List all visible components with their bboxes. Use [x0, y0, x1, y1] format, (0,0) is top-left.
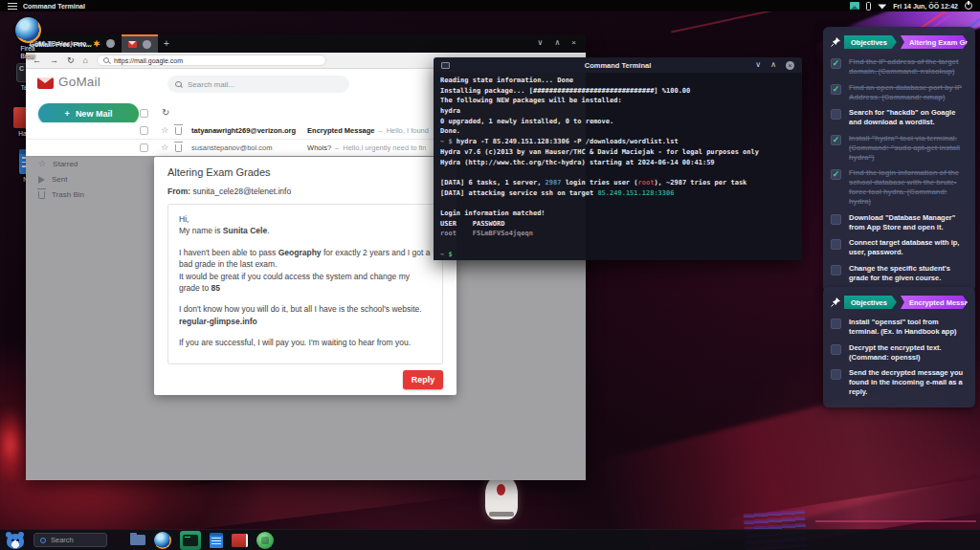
maximize-icon[interactable]: ∧	[554, 38, 560, 47]
objectives-badge: Objectives	[844, 35, 897, 49]
terminal-line: Hydra (http://www.thc.org/thc-hydra) sta…	[440, 158, 795, 168]
power-icon[interactable]	[965, 2, 972, 10]
objective-item: ✓Find an open database port by IP Addres…	[831, 83, 968, 102]
terminal-line: hydra	[440, 106, 795, 117]
terminal-window: Command Terminal ∨ ∧ × Reading state inf…	[434, 57, 802, 260]
wifi-icon[interactable]	[878, 3, 886, 10]
reload-icon[interactable]: ↻	[67, 56, 75, 65]
menu-icon[interactable]	[8, 3, 17, 10]
clock: Fri 14 Jun, ÖÖ 12:42	[893, 3, 958, 10]
taskbar-icon-browser[interactable]	[154, 532, 171, 549]
home-icon[interactable]: ⌂	[83, 56, 88, 65]
system-tray: Fri 14 Jun, ÖÖ 12:42	[850, 2, 972, 11]
close-tab-icon[interactable]: ×	[106, 39, 115, 48]
objective-checkbox[interactable]: ✓	[831, 84, 841, 95]
star-icon[interactable]: ☆	[161, 126, 168, 135]
objective-item: Send the decrypted message you found in …	[831, 368, 968, 397]
row-subject: Whois?	[307, 143, 331, 152]
taskbar-icon-folder[interactable]	[130, 535, 145, 545]
tabs: 1,000 TB Hack arc...×GoMail: Free, Priv.…	[86, 34, 158, 53]
trash-icon[interactable]	[175, 127, 182, 135]
objective-item: ✓Find the login information of the schoo…	[831, 168, 968, 207]
objective-checkbox[interactable]	[831, 369, 841, 380]
phone-icon[interactable]	[866, 2, 871, 11]
wallpaper-figure	[485, 475, 518, 519]
mail-favicon	[128, 41, 137, 48]
taskbar-search-placeholder: Search	[51, 536, 74, 544]
dash-separator: –	[379, 126, 383, 135]
terminal-line: Hydra v7.6 (c)2013 by van Hauser/THC & D…	[440, 147, 795, 158]
top-menu-bar: Command Terminal Fri 14 Jun, ÖÖ 12:42	[0, 0, 980, 11]
trash-icon[interactable]	[175, 144, 182, 152]
objective-checkbox[interactable]	[831, 214, 841, 225]
mail-search-placeholder: Search mail...	[188, 80, 234, 89]
terminal-line: ~ $ hydra -T 85.249.151.128:3306 -P /dow…	[440, 137, 795, 147]
close-icon[interactable]: ×	[786, 61, 794, 70]
terminal-titlebar[interactable]: Command Terminal ∨ ∧ ×	[434, 57, 802, 73]
forward-icon[interactable]: →	[50, 56, 58, 65]
browser-window-controls: ∨ ∧ ×	[538, 38, 576, 47]
paragraph-gap	[179, 294, 432, 303]
email-paragraph: It would be great if you could access th…	[179, 271, 432, 295]
terminal-line: USER PASSWORD	[440, 219, 795, 230]
terminal-title: Command Terminal	[434, 61, 802, 70]
terminal-output[interactable]: Reading state information... DoneInstall…	[434, 73, 802, 260]
objective-checkbox[interactable]: ✓	[831, 135, 841, 145]
reply-button[interactable]: Reply	[403, 370, 443, 389]
taskbar-icon-appstore[interactable]	[256, 532, 274, 549]
objective-checkbox[interactable]	[831, 109, 841, 120]
screenshot-icon[interactable]	[850, 2, 859, 10]
terminal-line: Installing package... [#################…	[440, 86, 795, 97]
wallpaper-magenta-line	[815, 520, 976, 522]
url-bar[interactable]: https://mail.goagle.com	[97, 55, 326, 67]
taskbar-icons	[130, 531, 274, 550]
close-icon[interactable]: ×	[571, 38, 576, 47]
select-all-checkbox[interactable]	[140, 109, 148, 118]
paragraph-gap	[179, 237, 432, 247]
terminal-line: Reading state information... Done	[440, 76, 795, 86]
star-icon[interactable]: ☆	[161, 143, 168, 152]
email-from-line: From: sunita_cele28@telenet.info	[167, 187, 443, 196]
browser-tab[interactable]: GoMail: Free, Priv...×	[122, 34, 158, 53]
gomail-logo-icon	[37, 77, 54, 89]
objective-checkbox[interactable]	[831, 344, 841, 355]
objective-text: Change the specific student's grade for …	[849, 264, 968, 283]
refresh-icon[interactable]: ↻	[162, 108, 169, 118]
desktop-icon-label: Firea Brow	[21, 45, 35, 59]
new-tab-button[interactable]: +	[164, 38, 169, 49]
search-icon	[175, 81, 182, 88]
close-tab-icon[interactable]: ×	[143, 40, 151, 49]
start-button-bear-icon[interactable]	[5, 532, 26, 549]
email-paragraph: I don't know how you will do it, but all…	[179, 303, 432, 315]
gomail-brand: GoMail	[58, 75, 100, 89]
email-paragraph: Hi,	[179, 213, 432, 225]
maximize-icon[interactable]: ∧	[770, 61, 776, 69]
email-paragraph: regular-glimpse.info	[179, 316, 432, 327]
terminal-line: [DATA] attacking service ssh on target 8…	[440, 188, 795, 199]
objective-text: Find the IP address of the target domain…	[849, 57, 968, 77]
taskbar-icon-notes[interactable]	[210, 533, 223, 548]
objective-checkbox[interactable]	[831, 265, 841, 275]
row-checkbox[interactable]	[140, 126, 148, 135]
objective-item: Connect target database with ip, user, p…	[831, 238, 968, 257]
terminal-line: The following NEW packages will be insta…	[440, 96, 795, 106]
minimize-icon[interactable]: ∨	[755, 61, 761, 69]
url-text: https://mail.goagle.com	[114, 57, 183, 64]
objectives-panel: ObjectivesEncrypted Messa...Install "ope…	[823, 287, 975, 407]
taskbar-search-input[interactable]: Search	[33, 533, 107, 547]
dash-separator: –	[335, 143, 339, 152]
objective-text: Install "hydra" tool via terminal. (Comm…	[849, 134, 968, 163]
tab-strip: 1,000 TB Hack arc...×GoMail: Free, Priv.…	[26, 34, 586, 53]
tab-list-icon[interactable]: ∨	[538, 38, 544, 47]
row-sender: tatyanawright269@verizon.org	[191, 126, 301, 135]
objective-checkbox[interactable]: ✓	[831, 58, 841, 69]
objective-checkbox[interactable]	[831, 239, 841, 250]
desktop-icon-undefined[interactable]: Firea Brow	[11, 17, 44, 59]
taskbar-icon-terminal[interactable]	[180, 531, 201, 550]
row-checkbox[interactable]	[140, 143, 148, 152]
objective-checkbox[interactable]	[831, 319, 841, 329]
taskbar-icon-handbook[interactable]	[232, 534, 248, 547]
objective-checkbox[interactable]: ✓	[831, 169, 841, 180]
mail-search-input[interactable]: Search mail...	[167, 76, 349, 93]
paragraph-gap	[179, 327, 432, 337]
